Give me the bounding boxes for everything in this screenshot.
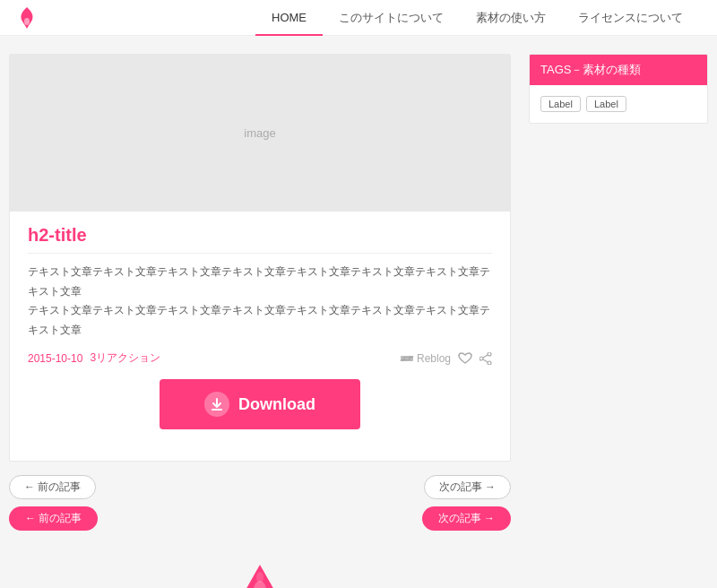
nav-home[interactable]: HOME <box>255 0 323 36</box>
tags-title: TAGS－素材の種類 <box>540 62 641 78</box>
tags-header: TAGS－素材の種類 <box>530 55 707 85</box>
site-header: HOME このサイトについて 素材の使い方 ライセンスについて <box>0 0 717 36</box>
heart-button[interactable] <box>458 352 472 365</box>
article-card: image h2-title テキスト文章テキスト文章テキスト文章テキスト文章テ… <box>9 54 511 462</box>
download-icon <box>204 392 229 417</box>
download-label: Download <box>238 395 315 414</box>
tag-label-1[interactable]: Label <box>540 96 581 112</box>
sidebar: TAGS－素材の種類 Label Label <box>529 54 708 588</box>
prev-page-filled[interactable]: ← 前の記事 <box>9 506 98 531</box>
download-button[interactable]: Download <box>160 379 360 429</box>
article-body: h2-title テキスト文章テキスト文章テキスト文章テキスト文章テキスト文章テ… <box>10 212 510 443</box>
back-to-top-icon <box>233 558 287 588</box>
download-section: Download <box>28 379 492 429</box>
nav-about[interactable]: このサイトについて <box>323 0 460 36</box>
pagination-outline: ← 前の記事 次の記事 → <box>9 475 511 499</box>
tag-label-2[interactable]: Label <box>586 96 626 112</box>
article-reactions[interactable]: 3リアクション <box>90 350 160 366</box>
heart-icon <box>458 352 472 365</box>
svg-point-1 <box>488 352 491 356</box>
pagination-filled: ← 前の記事 次の記事 → <box>9 506 511 531</box>
reblog-button[interactable]: Reblog <box>400 352 451 365</box>
site-logo <box>18 7 36 29</box>
tags-widget: TAGS－素材の種類 Label Label <box>529 54 708 124</box>
next-page-outline[interactable]: 次の記事 → <box>424 475 511 499</box>
back-to-top[interactable]: トップに戻る <box>9 558 511 588</box>
main-content: image h2-title テキスト文章テキスト文章テキスト文章テキスト文章テ… <box>9 54 511 588</box>
nav-license[interactable]: ライセンスについて <box>562 0 699 36</box>
svg-point-0 <box>24 18 30 25</box>
article-meta-left: 2015-10-10 3リアクション <box>28 350 160 366</box>
next-page-filled[interactable]: 次の記事 → <box>422 506 511 531</box>
svg-point-3 <box>479 357 483 360</box>
reblog-icon <box>400 353 414 364</box>
share-button[interactable] <box>479 352 492 365</box>
svg-point-9 <box>256 572 263 583</box>
prev-page-outline[interactable]: ← 前の記事 <box>9 475 96 499</box>
svg-line-4 <box>483 355 488 358</box>
main-nav: HOME このサイトについて 素材の使い方 ライセンスについて <box>255 0 699 36</box>
article-image: image <box>10 55 510 212</box>
svg-point-2 <box>488 361 491 365</box>
tags-body: Label Label <box>530 85 707 123</box>
back-to-top-graphic <box>233 558 287 588</box>
article-meta-right: Reblog <box>400 352 492 365</box>
page-layout: image h2-title テキスト文章テキスト文章テキスト文章テキスト文章テ… <box>0 36 717 588</box>
nav-usage[interactable]: 素材の使い方 <box>460 0 562 36</box>
share-icon <box>479 352 492 365</box>
article-title: h2-title <box>28 225 492 254</box>
download-arrow-icon <box>210 397 224 411</box>
svg-line-5 <box>483 359 488 362</box>
logo-icon <box>18 7 36 29</box>
article-meta: 2015-10-10 3リアクション Reblog <box>28 350 492 366</box>
article-date: 2015-10-10 <box>28 352 82 365</box>
article-text: テキスト文章テキスト文章テキスト文章テキスト文章テキスト文章テキスト文章テキスト… <box>28 263 492 340</box>
